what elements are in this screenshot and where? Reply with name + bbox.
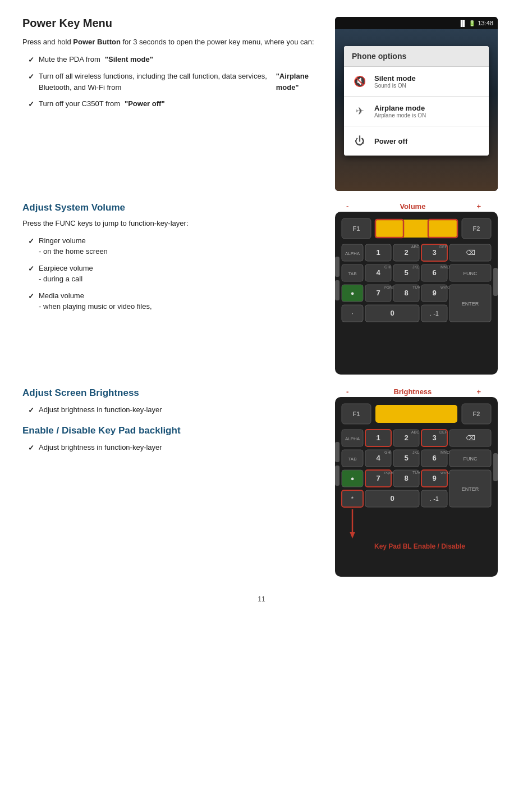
brightness-plus: +: [476, 387, 481, 396]
airplane-mode-item: ✈ Airplane mode Airplane mode is ON: [344, 97, 489, 126]
svg-text:FUNC: FUNC: [464, 271, 478, 276]
svg-text:WXYZ: WXYZ: [441, 471, 451, 475]
volume-text: Adjust System Volume Press the FUNC keys…: [22, 202, 319, 376]
silent-mode-label: "Silent mode": [105, 54, 153, 65]
svg-text:TUV: TUV: [412, 471, 420, 475]
svg-text:6: 6: [432, 268, 436, 277]
power-key-intro: Press and hold Power Button for 3 second…: [22, 37, 319, 48]
brightness-keypad-svg: F1 F2 ALPHA 1 2 ABC 3 DEF ⌫ TAB: [335, 397, 498, 577]
svg-text:4: 4: [376, 454, 380, 462]
svg-rect-109: [335, 466, 340, 486]
airplane-mode-sub: Airplane mode is ON: [374, 112, 426, 118]
airplane-mode-label: "Airplane mode": [276, 71, 319, 93]
svg-text:FUNC: FUNC: [464, 456, 478, 462]
battery-icon: 🔋: [469, 20, 475, 26]
volume-text-label: Volume: [400, 202, 425, 211]
svg-text:·: ·: [351, 309, 354, 317]
brightness-minus: -: [346, 387, 348, 396]
svg-rect-110: [493, 453, 498, 481]
svg-text:MNO: MNO: [441, 450, 450, 454]
svg-rect-54: [493, 268, 498, 296]
brightness-keypad: F1 F2 ALPHA 1 2 ABC 3 DEF ⌫ TAB: [335, 397, 498, 578]
list-item: Adjust brightness in function-key-layer: [28, 442, 319, 454]
power-off-text: Power off: [374, 137, 407, 145]
volume-minus: -: [346, 202, 348, 211]
svg-text:1: 1: [376, 434, 380, 442]
volume-intro: Press the FUNC keys to jump to function-…: [22, 218, 319, 230]
svg-text:⌫: ⌫: [466, 434, 475, 442]
phone-dialog-section: ▐▌ 🔋 13:48 Phone options 🔇 Silent mode S…: [332, 17, 501, 191]
svg-text:ABC: ABC: [411, 430, 419, 434]
svg-rect-108: [335, 442, 340, 462]
brightness-list: Adjust brightness in function-key-layer: [28, 404, 319, 416]
svg-text:JKL: JKL: [412, 450, 419, 454]
svg-text:9: 9: [432, 474, 436, 482]
svg-text:4: 4: [376, 268, 380, 277]
phone-background: Phone options 🔇 Silent mode Sound is ON …: [335, 29, 498, 191]
power-key-section: Power Key Menu Press and hold Power Butt…: [22, 17, 501, 191]
svg-text:*: *: [351, 495, 354, 502]
list-item: Media volume- when playing music or vide…: [28, 290, 319, 312]
svg-text:5: 5: [404, 268, 408, 277]
svg-text:GHI: GHI: [384, 450, 392, 454]
backlight-section-text: Enable / Disable Key Pad backlight Adjus…: [22, 425, 319, 454]
svg-text:5: 5: [404, 454, 408, 462]
svg-text:●: ●: [351, 475, 355, 482]
list-item: Earpiece volume- during a call: [28, 263, 319, 285]
volume-plus: +: [476, 202, 481, 211]
svg-text:JKL: JKL: [412, 265, 419, 269]
silent-mode-icon: 🔇: [352, 74, 368, 89]
svg-text:ENTER: ENTER: [462, 301, 479, 307]
svg-text:●: ●: [351, 290, 355, 296]
svg-rect-52: [335, 257, 340, 277]
svg-text:DEF: DEF: [439, 430, 447, 434]
list-item: Mute the PDA from "Silent mode": [28, 54, 319, 66]
airplane-mode-title: Airplane mode: [374, 104, 426, 112]
svg-text:TAB: TAB: [348, 457, 357, 462]
silent-mode-sub: Sound is ON: [374, 83, 416, 89]
svg-text:PQRS: PQRS: [384, 286, 394, 289]
svg-text:PQRS: PQRS: [384, 471, 394, 475]
power-off-icon: ⏻: [352, 133, 368, 149]
svg-text:GHI: GHI: [384, 265, 392, 269]
volume-list: Ringer volume- on the home screen Earpie…: [28, 235, 319, 312]
brightness-title: Adjust Screen Brightness: [22, 387, 319, 399]
svg-text:0: 0: [390, 309, 394, 317]
svg-text:F2: F2: [473, 410, 480, 417]
volume-keypad-section: - Volume + F1 F2 ALPHA: [332, 202, 501, 376]
phone-screenshot: ▐▌ 🔋 13:48 Phone options 🔇 Silent mode S…: [335, 17, 498, 191]
svg-text:MNO: MNO: [441, 265, 450, 269]
svg-text:0: 0: [390, 494, 394, 503]
list-item: Ringer volume- on the home screen: [28, 235, 319, 257]
svg-text:1: 1: [376, 248, 380, 257]
airplane-mode-text: Airplane mode Airplane mode is ON: [374, 104, 426, 118]
volume-title: Adjust System Volume: [22, 202, 319, 213]
svg-text:2: 2: [404, 248, 408, 257]
silent-mode-item: 🔇 Silent mode Sound is ON: [344, 67, 489, 97]
backlight-list: Adjust brightness in function-key-layer: [28, 442, 319, 454]
power-key-title: Power Key Menu: [22, 17, 319, 30]
brightness-section: Adjust Screen Brightness Adjust brightne…: [22, 387, 501, 578]
dialog-title: Phone options: [344, 46, 489, 67]
list-item: Turn off all wireless functions, includi…: [28, 71, 319, 93]
power-button-bold: Power Button: [73, 38, 121, 46]
svg-text:ENTER: ENTER: [462, 486, 479, 492]
svg-text:TUV: TUV: [412, 285, 420, 289]
svg-text:Key Pad BL Enable / Disable: Key Pad BL Enable / Disable: [374, 542, 465, 550]
time-display: 13:48: [478, 20, 493, 26]
svg-text:ABC: ABC: [411, 245, 419, 249]
svg-text:8: 8: [404, 474, 408, 482]
svg-text:8: 8: [404, 289, 408, 297]
svg-text:WXYZ: WXYZ: [441, 286, 451, 289]
airplane-mode-icon: ✈: [352, 103, 368, 119]
power-off-title: Power off: [374, 137, 407, 145]
status-bar: ▐▌ 🔋 13:48: [335, 17, 498, 29]
volume-label-row: - Volume +: [346, 202, 487, 211]
list-item: Turn off your C350T from "Power off": [28, 98, 319, 110]
svg-text:⌫: ⌫: [466, 249, 475, 257]
svg-text:DEF: DEF: [439, 245, 447, 249]
power-off-label: "Power off": [125, 98, 165, 110]
svg-text:7: 7: [376, 474, 380, 482]
brightness-text: Adjust Screen Brightness Adjust brightne…: [22, 387, 319, 578]
brightness-keypad-section: - Brightness + F1 F2 ALPHA 1 2: [332, 387, 501, 578]
